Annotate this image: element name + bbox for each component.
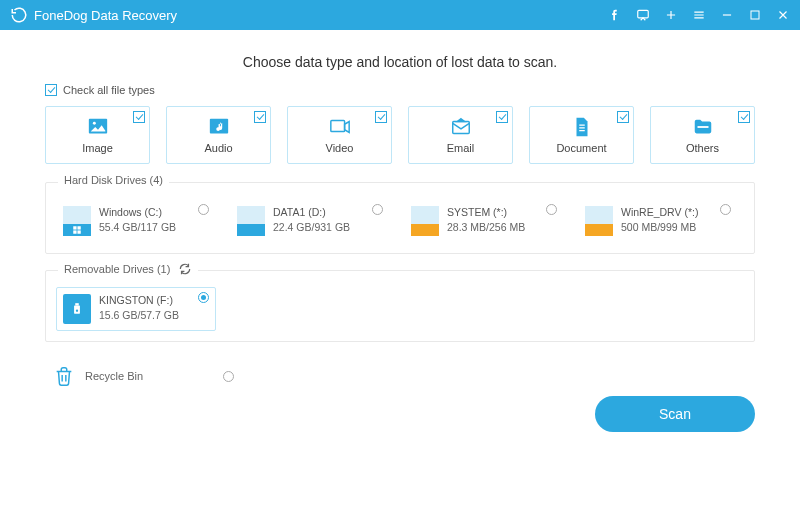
type-card-email[interactable]: Email <box>408 106 513 164</box>
svg-rect-11 <box>77 230 80 233</box>
email-icon <box>448 116 474 138</box>
logo-icon <box>10 6 28 24</box>
type-label: Video <box>326 142 354 154</box>
type-card-image[interactable]: Image <box>45 106 150 164</box>
svg-rect-5 <box>330 121 344 132</box>
file-types-row: ImageAudioVideoEmailDocumentOthers <box>45 106 755 164</box>
drive-radio[interactable] <box>546 204 557 215</box>
main-content: Choose data type and location of lost da… <box>0 30 800 442</box>
page-heading: Choose data type and location of lost da… <box>45 40 755 84</box>
recycle-bin[interactable]: Recycle Bin <box>53 364 143 388</box>
svg-rect-12 <box>75 303 79 305</box>
svg-rect-13 <box>74 306 80 314</box>
type-label: Email <box>447 142 475 154</box>
drive-size: 15.6 GB/57.7 GB <box>99 309 179 321</box>
drive-name: SYSTEM (*:) <box>447 206 525 218</box>
window-controls <box>608 8 790 22</box>
svg-rect-0 <box>638 10 649 18</box>
drive-name: WinRE_DRV (*:) <box>621 206 698 218</box>
trash-icon <box>53 364 75 388</box>
type-card-document[interactable]: Document <box>529 106 634 164</box>
folder-icon <box>690 116 716 138</box>
hard-disk-group: Hard Disk Drives (4) Windows (C:)55.4 GB… <box>45 182 755 254</box>
usb-icon <box>63 294 91 324</box>
type-checkbox[interactable] <box>254 111 266 123</box>
check-all-checkbox[interactable] <box>45 84 57 96</box>
type-label: Others <box>686 142 719 154</box>
drive-size: 28.3 MB/256 MB <box>447 221 525 233</box>
drive-icon <box>237 206 265 236</box>
close-icon[interactable] <box>776 8 790 22</box>
type-label: Image <box>82 142 113 154</box>
app-logo: FoneDog Data Recovery <box>10 6 177 24</box>
recycle-radio[interactable] <box>223 371 234 382</box>
svg-rect-1 <box>751 11 759 19</box>
drive-item[interactable]: SYSTEM (*:)28.3 MB/256 MB <box>404 199 564 243</box>
drive-item[interactable]: DATA1 (D:)22.4 GB/931 GB <box>230 199 390 243</box>
type-card-video[interactable]: Video <box>287 106 392 164</box>
app-title: FoneDog Data Recovery <box>34 8 177 23</box>
svg-rect-9 <box>77 226 80 229</box>
type-card-folder[interactable]: Others <box>650 106 755 164</box>
drive-name: Windows (C:) <box>99 206 176 218</box>
facebook-icon[interactable] <box>608 8 622 22</box>
type-card-audio[interactable]: Audio <box>166 106 271 164</box>
title-bar: FoneDog Data Recovery <box>0 0 800 30</box>
type-checkbox[interactable] <box>738 111 750 123</box>
removable-drives: KINGSTON (F:)15.6 GB/57.7 GB <box>56 287 744 331</box>
drive-item[interactable]: WinRE_DRV (*:)500 MB/999 MB <box>578 199 738 243</box>
removable-group: Removable Drives (1) KINGSTON (F:)15.6 G… <box>45 270 755 342</box>
maximize-icon[interactable] <box>748 8 762 22</box>
drive-name: KINGSTON (F:) <box>99 294 179 306</box>
scan-button[interactable]: Scan <box>595 396 755 432</box>
svg-point-14 <box>76 310 78 312</box>
audio-icon <box>206 116 232 138</box>
drive-name: DATA1 (D:) <box>273 206 350 218</box>
refresh-icon[interactable] <box>178 262 192 276</box>
svg-rect-10 <box>73 230 76 233</box>
type-checkbox[interactable] <box>133 111 145 123</box>
type-checkbox[interactable] <box>496 111 508 123</box>
drive-size: 500 MB/999 MB <box>621 221 698 233</box>
drive-radio[interactable] <box>198 204 209 215</box>
drive-icon <box>63 206 91 236</box>
svg-point-3 <box>92 122 95 125</box>
check-all-label: Check all file types <box>63 84 155 96</box>
recycle-label: Recycle Bin <box>85 370 143 382</box>
video-icon <box>326 116 354 138</box>
hard-disk-drives: Windows (C:)55.4 GB/117 GBDATA1 (D:)22.4… <box>56 199 744 243</box>
drive-icon <box>411 206 439 236</box>
type-label: Document <box>556 142 606 154</box>
drive-item[interactable]: KINGSTON (F:)15.6 GB/57.7 GB <box>56 287 216 331</box>
svg-rect-8 <box>73 226 76 229</box>
minimize-icon[interactable] <box>720 8 734 22</box>
scan-row: Scan <box>45 396 755 432</box>
menu-icon[interactable] <box>692 8 706 22</box>
drive-radio[interactable] <box>198 292 209 303</box>
type-label: Audio <box>204 142 232 154</box>
feedback-icon[interactable] <box>636 8 650 22</box>
type-checkbox[interactable] <box>375 111 387 123</box>
hard-disk-label: Hard Disk Drives (4) <box>58 174 169 186</box>
drive-size: 22.4 GB/931 GB <box>273 221 350 233</box>
check-all-row[interactable]: Check all file types <box>45 84 755 96</box>
drive-size: 55.4 GB/117 GB <box>99 221 176 233</box>
document-icon <box>571 116 593 138</box>
recycle-row: Recycle Bin <box>45 358 755 390</box>
plus-icon[interactable] <box>664 8 678 22</box>
image-icon <box>85 116 111 138</box>
removable-label: Removable Drives (1) <box>58 262 198 276</box>
drive-icon <box>585 206 613 236</box>
svg-rect-7 <box>697 126 708 128</box>
drive-radio[interactable] <box>372 204 383 215</box>
drive-radio[interactable] <box>720 204 731 215</box>
type-checkbox[interactable] <box>617 111 629 123</box>
drive-item[interactable]: Windows (C:)55.4 GB/117 GB <box>56 199 216 243</box>
svg-rect-6 <box>452 122 469 134</box>
